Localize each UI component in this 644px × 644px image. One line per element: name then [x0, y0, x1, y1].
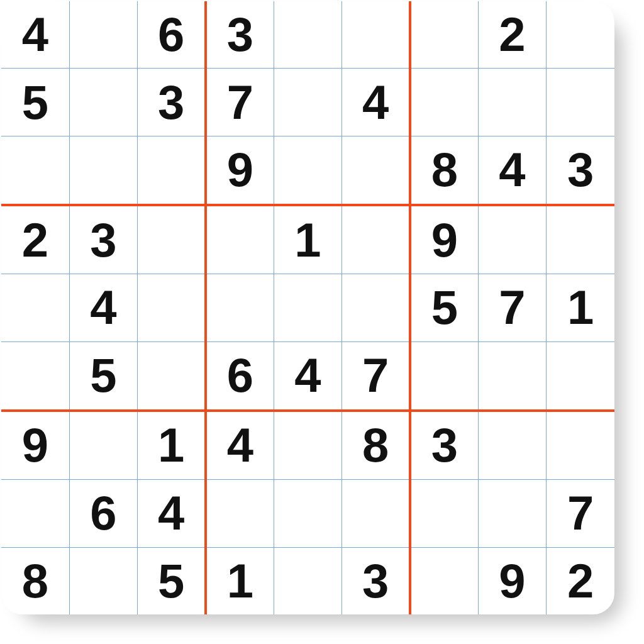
grid-cell[interactable]: 4 — [138, 480, 206, 548]
grid-cell[interactable]: 3 — [547, 136, 614, 205]
grid-cell[interactable] — [342, 480, 410, 548]
grid-cell[interactable]: 3 — [69, 205, 137, 274]
grid-row: 5374 — [1, 69, 614, 136]
sudoku-container: 46325374984323194571564791483647851392 — [1, 1, 614, 614]
grid-cell[interactable]: 7 — [206, 69, 274, 136]
grid-cell[interactable] — [410, 480, 478, 548]
grid-cell[interactable]: 3 — [206, 1, 274, 69]
grid-cell[interactable]: 5 — [1, 69, 69, 136]
grid-cell[interactable]: 5 — [138, 547, 206, 614]
grid-cell[interactable]: 9 — [410, 205, 478, 274]
grid-cell[interactable] — [410, 547, 478, 614]
grid-cell[interactable] — [206, 274, 274, 342]
grid-cell[interactable]: 5 — [69, 341, 137, 411]
grid-cell[interactable]: 5 — [410, 274, 478, 342]
grid-cell[interactable]: 6 — [69, 480, 137, 548]
grid-cell[interactable]: 4 — [478, 136, 546, 205]
grid-cell[interactable] — [274, 411, 341, 480]
grid-cell[interactable] — [478, 69, 546, 136]
grid-cell[interactable]: 9 — [1, 411, 69, 480]
grid-row: 9843 — [1, 136, 614, 205]
grid-cell[interactable] — [547, 69, 614, 136]
grid-row: 91483 — [1, 411, 614, 480]
grid-cell[interactable]: 7 — [478, 274, 546, 342]
grid-cell[interactable]: 3 — [342, 547, 410, 614]
grid-cell[interactable] — [274, 136, 341, 205]
grid-cell[interactable]: 4 — [206, 411, 274, 480]
grid-row: 4571 — [1, 274, 614, 342]
grid-cell[interactable] — [274, 547, 341, 614]
grid-cell[interactable] — [206, 480, 274, 548]
grid-cell[interactable]: 4 — [342, 69, 410, 136]
grid-cell[interactable]: 7 — [342, 341, 410, 411]
grid-cell[interactable] — [274, 1, 341, 69]
grid-cell[interactable] — [478, 205, 546, 274]
grid-cell[interactable] — [478, 411, 546, 480]
sudoku-grid: 46325374984323194571564791483647851392 — [1, 1, 614, 614]
grid-cell[interactable]: 6 — [206, 341, 274, 411]
sudoku-board: 46325374984323194571564791483647851392 — [1, 1, 614, 614]
grid-cell[interactable] — [138, 136, 206, 205]
grid-cell[interactable] — [69, 136, 137, 205]
grid-cell[interactable] — [342, 274, 410, 342]
grid-cell[interactable]: 4 — [274, 341, 341, 411]
grid-cell[interactable]: 8 — [1, 547, 69, 614]
grid-cell[interactable]: 2 — [547, 547, 614, 614]
grid-cell[interactable] — [1, 341, 69, 411]
grid-cell[interactable]: 4 — [1, 1, 69, 69]
grid-cell[interactable]: 7 — [547, 480, 614, 548]
grid-cell[interactable]: 9 — [206, 136, 274, 205]
grid-cell[interactable] — [138, 274, 206, 342]
grid-body: 46325374984323194571564791483647851392 — [1, 1, 614, 614]
grid-cell[interactable] — [342, 136, 410, 205]
grid-cell[interactable] — [342, 1, 410, 69]
grid-cell[interactable] — [547, 205, 614, 274]
grid-cell[interactable]: 9 — [478, 547, 546, 614]
grid-cell[interactable]: 4 — [69, 274, 137, 342]
grid-cell[interactable]: 2 — [478, 1, 546, 69]
grid-cell[interactable] — [478, 480, 546, 548]
grid-cell[interactable]: 2 — [1, 205, 69, 274]
grid-cell[interactable] — [547, 341, 614, 411]
grid-cell[interactable] — [547, 1, 614, 69]
grid-cell[interactable] — [547, 411, 614, 480]
grid-cell[interactable] — [138, 205, 206, 274]
grid-cell[interactable] — [69, 547, 137, 614]
grid-cell[interactable]: 1 — [138, 411, 206, 480]
grid-cell[interactable] — [1, 480, 69, 548]
grid-cell[interactable] — [478, 341, 546, 411]
grid-cell[interactable] — [69, 411, 137, 480]
grid-row: 5647 — [1, 341, 614, 411]
grid-cell[interactable] — [69, 1, 137, 69]
grid-cell[interactable] — [69, 69, 137, 136]
grid-cell[interactable] — [274, 274, 341, 342]
grid-cell[interactable]: 3 — [410, 411, 478, 480]
grid-cell[interactable] — [138, 341, 206, 411]
grid-row: 4632 — [1, 1, 614, 69]
grid-cell[interactable] — [410, 341, 478, 411]
grid-cell[interactable] — [1, 136, 69, 205]
grid-cell[interactable] — [410, 69, 478, 136]
grid-cell[interactable] — [342, 205, 410, 274]
grid-cell[interactable] — [1, 274, 69, 342]
grid-row: 2319 — [1, 205, 614, 274]
grid-row: 647 — [1, 480, 614, 548]
grid-cell[interactable] — [274, 480, 341, 548]
grid-cell[interactable]: 3 — [138, 69, 206, 136]
grid-cell[interactable] — [274, 69, 341, 136]
grid-cell[interactable]: 1 — [206, 547, 274, 614]
grid-cell[interactable] — [410, 1, 478, 69]
grid-cell[interactable] — [206, 205, 274, 274]
grid-cell[interactable]: 6 — [138, 1, 206, 69]
grid-cell[interactable]: 1 — [274, 205, 341, 274]
grid-cell[interactable]: 8 — [342, 411, 410, 480]
grid-cell[interactable]: 1 — [547, 274, 614, 342]
grid-row: 851392 — [1, 547, 614, 614]
grid-cell[interactable]: 8 — [410, 136, 478, 205]
